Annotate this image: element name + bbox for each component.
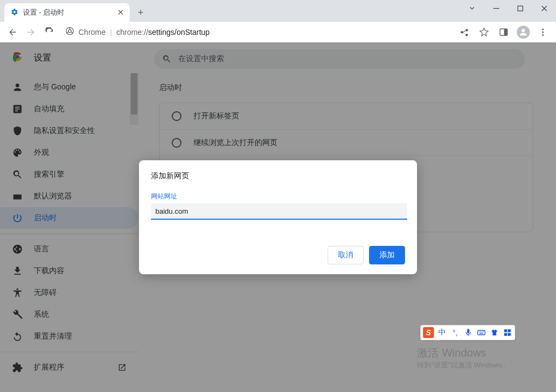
maximize-button[interactable] xyxy=(508,0,532,16)
svg-point-9 xyxy=(542,31,544,33)
gear-icon xyxy=(10,8,19,18)
window-titlebar: 设置 - 启动时 ✕ + xyxy=(0,0,556,22)
url-field-label: 网站网址 xyxy=(151,192,405,201)
svg-rect-24 xyxy=(508,333,511,336)
svg-rect-19 xyxy=(483,331,484,332)
svg-rect-16 xyxy=(479,331,479,332)
window-controls xyxy=(460,0,556,16)
windows-activation-watermark: 激活 Windows 转到"设置"以激活 Windows。 xyxy=(417,346,510,370)
watermark-line1: 激活 Windows xyxy=(417,346,510,360)
ime-keyboard-button[interactable] xyxy=(476,328,486,337)
svg-rect-21 xyxy=(504,329,507,332)
svg-rect-7 xyxy=(504,29,507,35)
ime-voice-button[interactable] xyxy=(463,328,473,337)
ime-skin-button[interactable] xyxy=(489,328,499,337)
svg-point-8 xyxy=(542,28,544,30)
add-page-dialog: 添加新网页 网站网址 取消 添加 xyxy=(139,160,417,274)
cancel-button[interactable]: 取消 xyxy=(328,246,364,264)
new-tab-button[interactable]: + xyxy=(133,5,148,20)
url-input[interactable] xyxy=(151,203,407,220)
ime-punct-button[interactable]: °, xyxy=(450,328,460,337)
omnibox[interactable]: Chrome | chrome://settings/onStartup xyxy=(60,24,454,40)
bookmark-button[interactable] xyxy=(475,23,493,41)
ime-toolbar[interactable]: S 中 °, xyxy=(420,325,515,340)
profile-button[interactable] xyxy=(515,23,532,41)
close-window-button[interactable] xyxy=(532,0,556,16)
side-panel-button[interactable] xyxy=(495,23,512,41)
tabs-dropdown-button[interactable] xyxy=(460,0,484,16)
minimize-button[interactable] xyxy=(484,0,508,16)
dialog-title: 添加新网页 xyxy=(151,171,405,181)
confirm-button[interactable]: 添加 xyxy=(369,246,405,264)
omnibox-chrome-label: Chrome xyxy=(78,28,106,37)
forward-button[interactable] xyxy=(23,24,39,40)
tab-strip: 设置 - 启动时 ✕ + xyxy=(0,3,460,22)
back-button[interactable] xyxy=(4,24,21,40)
svg-rect-18 xyxy=(482,331,482,332)
browser-tab[interactable]: 设置 - 启动时 ✕ xyxy=(4,3,130,22)
avatar-icon xyxy=(517,26,530,39)
watermark-line2: 转到"设置"以激活 Windows。 xyxy=(417,360,510,370)
ime-lang-button[interactable]: 中 xyxy=(437,328,447,337)
sogou-logo-icon: S xyxy=(423,327,434,338)
svg-rect-15 xyxy=(478,330,485,335)
ime-toolbox-button[interactable] xyxy=(503,328,512,337)
chrome-icon xyxy=(65,27,74,37)
address-bar: Chrome | chrome://settings/onStartup xyxy=(0,22,556,43)
menu-button[interactable] xyxy=(534,23,552,41)
svg-rect-20 xyxy=(480,333,484,334)
svg-rect-22 xyxy=(508,329,511,332)
svg-point-10 xyxy=(542,34,544,35)
tab-title: 设置 - 启动时 xyxy=(23,8,64,17)
omnibox-url: chrome://settings/onStartup xyxy=(116,28,209,37)
svg-rect-1 xyxy=(518,6,523,11)
omnibox-divider: | xyxy=(110,28,112,37)
svg-rect-17 xyxy=(480,331,481,332)
tab-close-icon[interactable]: ✕ xyxy=(117,8,124,17)
svg-rect-23 xyxy=(504,333,507,336)
reload-button[interactable] xyxy=(41,24,58,40)
share-button[interactable] xyxy=(456,23,473,41)
svg-point-5 xyxy=(68,29,71,32)
